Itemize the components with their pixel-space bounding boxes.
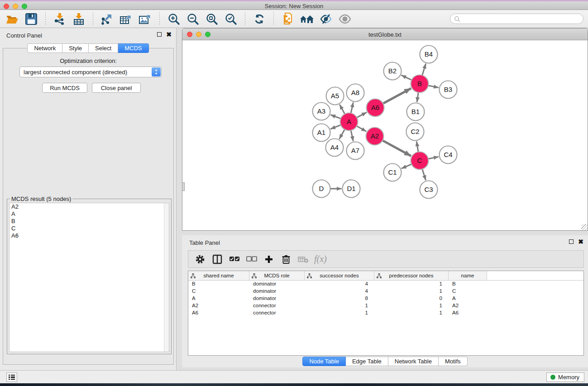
graph-node-B3[interactable]: B3 xyxy=(440,81,457,99)
graph-node-A6[interactable]: A6 xyxy=(367,99,384,117)
table-row[interactable]: Bdominator41B xyxy=(188,281,583,288)
graph-edge-B-B3[interactable] xyxy=(428,86,439,88)
graph-node-B[interactable]: B xyxy=(411,75,429,93)
graph-edge-A-A3[interactable] xyxy=(330,115,341,119)
table-row[interactable]: A2connector11A2 xyxy=(188,302,583,310)
search-input[interactable] xyxy=(460,14,583,24)
float-panel-icon[interactable] xyxy=(157,32,162,37)
graph-edge-C-C4[interactable] xyxy=(428,157,439,159)
result-item-a[interactable]: A xyxy=(10,210,169,218)
column-header-predecessor-nodes[interactable]: predecessor nodes xyxy=(374,271,449,280)
float-panel-icon[interactable] xyxy=(569,239,574,244)
add-column-button[interactable] xyxy=(263,253,275,266)
graph-node-A4[interactable]: A4 xyxy=(326,139,344,157)
graph-node-B4[interactable]: B4 xyxy=(420,46,438,63)
tab-node-table[interactable]: Node Table xyxy=(302,357,346,366)
graph-edge-C-C1[interactable] xyxy=(402,164,411,169)
result-item-a6[interactable]: A6 xyxy=(10,232,169,239)
clone-network-button[interactable] xyxy=(278,11,297,27)
table-row[interactable]: Adominator80A xyxy=(188,295,583,302)
graph-edge-A-A1[interactable] xyxy=(330,125,341,129)
graph-edge-C-C3[interactable] xyxy=(422,169,426,181)
close-panel-icon[interactable]: ✖ xyxy=(166,32,172,37)
graph-node-C2[interactable]: C2 xyxy=(406,123,424,141)
graph-node-C4[interactable]: C4 xyxy=(440,146,457,164)
node-table[interactable]: shared nameMCDS rolesuccessor nodesprede… xyxy=(188,271,584,356)
graph-edge-A6-B[interactable] xyxy=(383,88,411,103)
refresh-button[interactable] xyxy=(250,11,269,27)
graph-edge-B-B1[interactable] xyxy=(417,92,418,102)
graph-edge-A-A2[interactable] xyxy=(357,126,366,132)
close-panel-icon[interactable]: ✖ xyxy=(578,239,583,244)
show-network-views-button[interactable] xyxy=(297,11,316,27)
window-resize-handle[interactable] xyxy=(182,182,185,191)
memory-button[interactable]: Memory xyxy=(546,372,584,382)
graph-node-D1[interactable]: D1 xyxy=(343,180,360,198)
tab-network-table[interactable]: Network Table xyxy=(388,357,439,366)
delete-table-button[interactable] xyxy=(297,253,310,266)
function-builder-button[interactable]: f(x) xyxy=(314,253,327,266)
graph-node-B1[interactable]: B1 xyxy=(407,103,425,121)
delete-column-button[interactable] xyxy=(280,253,292,266)
result-item-a2[interactable]: A2 xyxy=(10,203,169,210)
table-row[interactable]: A6connector11A6 xyxy=(188,310,583,317)
network-window-titlebar[interactable]: testGlobe.txt xyxy=(182,29,588,40)
graph-node-A[interactable]: A xyxy=(340,113,358,131)
export-image-button[interactable] xyxy=(136,11,155,27)
graph-node-A8[interactable]: A8 xyxy=(347,84,364,102)
graph-edge-C-C2[interactable] xyxy=(416,141,418,152)
deselect-all-button[interactable] xyxy=(245,253,258,266)
graph-edge-B-B4[interactable] xyxy=(422,64,426,76)
hide-graphics-details-button[interactable] xyxy=(316,11,335,27)
tab-motifs[interactable]: Motifs xyxy=(439,357,468,366)
graph-node-D[interactable]: D xyxy=(313,180,330,198)
tab-edge-table[interactable]: Edge Table xyxy=(346,357,388,366)
tab-style[interactable]: Style xyxy=(62,43,89,53)
table-options-button[interactable] xyxy=(194,253,206,266)
zoom-in-button[interactable] xyxy=(164,11,183,27)
graph-node-A5[interactable]: A5 xyxy=(326,87,344,105)
zoom-fit-button[interactable] xyxy=(202,11,221,27)
graph-edge-A-A8[interactable] xyxy=(351,102,353,113)
export-network-button[interactable] xyxy=(98,11,117,27)
export-table-button[interactable] xyxy=(117,11,136,27)
open-session-button[interactable] xyxy=(3,11,22,27)
mcds-result-list[interactable]: A2ABCA6 xyxy=(9,203,169,352)
graph-node-A7[interactable]: A7 xyxy=(347,142,364,160)
graph-node-A2[interactable]: A2 xyxy=(366,128,384,145)
graph-edge-B-B2[interactable] xyxy=(401,75,411,80)
graph-edge-A-A6[interactable] xyxy=(357,112,367,118)
tab-mcds[interactable]: MCDS xyxy=(118,43,148,53)
column-header-successor-nodes[interactable]: successor nodes xyxy=(305,271,374,280)
column-header-MCDS-role[interactable]: MCDS role xyxy=(249,271,305,280)
network-canvas[interactable]: B4B2BB3B1A5A8A6A3AA1A2C2A4A7CC4C1C3DD1 xyxy=(182,40,588,230)
graph-edge-A-A7[interactable] xyxy=(351,130,353,141)
graph-node-A1[interactable]: A1 xyxy=(313,124,330,142)
import-table-button[interactable] xyxy=(69,11,88,27)
result-scrollbar[interactable] xyxy=(164,203,169,352)
zoom-out-button[interactable] xyxy=(183,11,202,27)
column-chooser-button[interactable] xyxy=(211,253,224,266)
graph-node-A3[interactable]: A3 xyxy=(313,103,330,120)
save-session-button[interactable] xyxy=(22,11,41,27)
column-header-name[interactable]: name xyxy=(449,271,487,280)
graph-node-B2[interactable]: B2 xyxy=(384,62,402,80)
show-graphics-details-button[interactable] xyxy=(335,11,354,27)
graph-node-C1[interactable]: C1 xyxy=(384,164,402,181)
table-row[interactable]: Cdominator41C xyxy=(188,288,583,295)
result-item-b[interactable]: B xyxy=(10,218,169,225)
run-mcds-button[interactable]: Run MCDS xyxy=(42,83,87,93)
optimization-criterion-dropdown[interactable]: largest connected component (directed) ▲… xyxy=(19,67,162,77)
tab-select[interactable]: Select xyxy=(89,43,118,53)
zoom-selected-button[interactable] xyxy=(221,11,240,27)
graph-edge-A-A4[interactable] xyxy=(339,129,345,139)
close-panel-button[interactable]: Close panel xyxy=(92,83,141,93)
task-history-button[interactable] xyxy=(6,372,17,382)
result-item-c[interactable]: C xyxy=(10,225,169,232)
select-all-button[interactable] xyxy=(228,253,241,266)
graph-node-C3[interactable]: C3 xyxy=(420,181,438,199)
tab-network[interactable]: Network xyxy=(27,43,62,53)
graph-edge-A-A5[interactable] xyxy=(339,105,344,114)
graph-edge-A2-C[interactable] xyxy=(382,140,411,156)
column-header-shared-name[interactable]: shared name xyxy=(188,271,249,280)
